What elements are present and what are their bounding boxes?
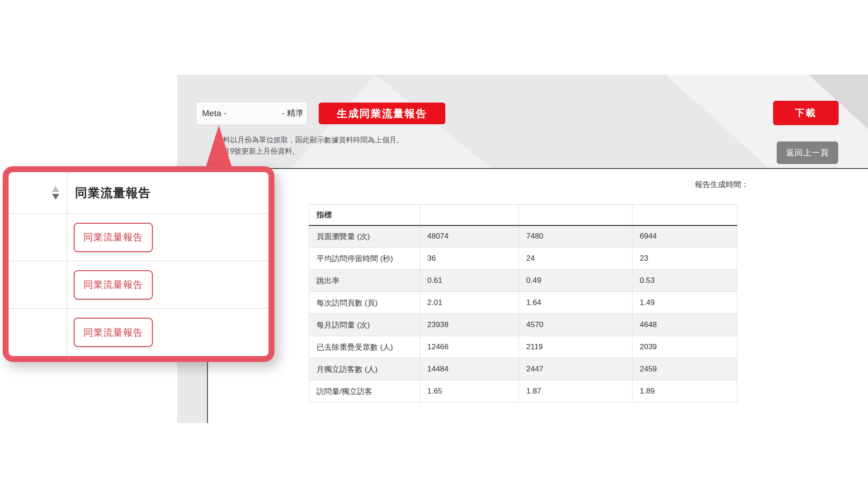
metric-label: 每次訪問頁數 (頁) [309,292,420,314]
metric-value: 1.64 [519,292,632,314]
table-row: 訪問量/獨立訪客 1.65 1.87 1.89 [309,380,737,403]
report-generated-time-label: 報告生成時間： [695,179,749,190]
metric-value: 2447 [519,358,632,380]
callout-row: 同業流量報告 [9,309,269,356]
metric-label: 每月訪問量 (次) [309,314,420,336]
metric-value: 23938 [420,314,519,336]
data-note-line2: 每月9號更新上月份資料。 [216,145,404,157]
metric-value: 14484 [420,358,519,380]
metric-value: 48074 [420,225,519,248]
metric-label: 跳出率 [309,270,420,292]
table-row: 跳出率 0.61 0.49 0.53 [309,270,737,292]
data-note-line1: 資料以月份為單位抓取，因此顯示數據資料時間為上個月。 [216,134,404,145]
column-header-empty [519,205,632,225]
company-input[interactable]: Meta - - 精準 [196,102,307,125]
table-row: 每月訪問量 (次) 23938 4570 4648 [309,314,737,336]
metric-label: 頁面瀏覽量 (次) [309,225,420,248]
column-header-empty [632,205,737,225]
metric-value: 2119 [519,336,632,358]
metric-label: 已去除重疊受眾數 (人) [309,336,420,358]
metric-value: 4648 [632,314,737,336]
metric-value: 0.49 [519,270,632,292]
metric-value: 1.87 [519,380,632,403]
download-button[interactable]: 下載 [773,101,839,125]
metric-value: 24 [519,248,632,270]
metric-value: 1.49 [632,292,737,314]
callout-row: 同業流量報告 [9,214,269,261]
metric-value: 0.53 [632,270,737,292]
metric-value: 2459 [632,358,737,380]
sort-arrows-icon[interactable] [49,185,62,201]
company-input-value-clipped: - 精準 [282,108,302,119]
metrics-table: 指標 頁面瀏覽量 (次) 48074 7480 6944 平均訪問停留時間 (秒… [309,204,737,403]
metric-label: 平均訪問停留時間 (秒) [309,248,420,270]
column-header-indicator: 指標 [309,205,420,225]
callout-header-row: 同業流量報告 [9,172,269,214]
metric-value: 1.65 [420,380,519,403]
table-row: 月獨立訪客數 (人) 14484 2447 2459 [309,358,737,380]
sort-up-icon [52,186,59,192]
table-header-row: 指標 [309,205,737,225]
metric-label: 月獨立訪客數 (人) [309,358,420,380]
traffic-report-button-1[interactable]: 同業流量報告 [74,223,153,252]
main-panel: Meta - - 精準 生成同業流量報告 資料以月份為單位抓取，因此顯示數據資料… [177,75,868,423]
metric-value: 4570 [519,314,632,336]
generate-report-button[interactable]: 生成同業流量報告 [319,103,445,124]
data-note: 資料以月份為單位抓取，因此顯示數據資料時間為上個月。 每月9號更新上月份資料。 [216,134,404,157]
table-row: 每次訪問頁數 (頁) 2.01 1.64 1.49 [309,292,737,314]
table-row: 平均訪問停留時間 (秒) 36 24 23 [309,248,737,270]
metric-value: 6944 [632,225,737,248]
table-row: 頁面瀏覽量 (次) 48074 7480 6944 [309,225,737,248]
traffic-report-button-3[interactable]: 同業流量報告 [74,318,153,347]
metric-value: 12466 [420,336,519,358]
company-input-value: Meta - [202,108,226,118]
callout-row: 同業流量報告 [9,261,269,309]
metric-value: 2.01 [420,292,519,314]
page: Meta - - 精準 生成同業流量報告 資料以月份為單位抓取，因此顯示數據資料… [0,0,868,488]
sort-down-icon [52,194,59,200]
metric-value: 7480 [519,225,632,248]
callout-title: 同業流量報告 [75,185,151,201]
metric-value: 0.61 [420,270,519,292]
report-callout: 同業流量報告 同業流量報告 同業流量報告 同業流量報告 [3,166,274,362]
metric-value: 23 [632,248,737,270]
metric-label: 訪問量/獨立訪客 [309,380,420,403]
back-button[interactable]: 返回上一頁 [777,141,838,164]
table-row: 已去除重疊受眾數 (人) 12466 2119 2039 [309,336,737,358]
metric-value: 36 [420,248,519,270]
traffic-report-button-2[interactable]: 同業流量報告 [74,270,153,300]
metric-value: 2039 [632,336,737,358]
column-header-empty [420,205,519,225]
metric-value: 1.89 [632,380,737,403]
